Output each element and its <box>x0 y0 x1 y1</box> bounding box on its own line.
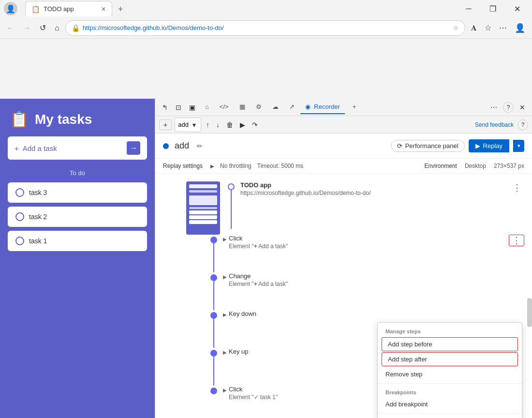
task-checkbox-1[interactable] <box>15 237 24 245</box>
recording-edit-icon[interactable]: ✏ <box>197 142 203 150</box>
manage-steps-label: Manage steps <box>378 325 522 336</box>
redo-button[interactable]: ↷ <box>250 119 260 131</box>
breakpoints-label: Breakpoints <box>378 386 522 397</box>
send-feedback-link[interactable]: Send feedback <box>475 121 514 128</box>
tab-network[interactable]: ⚙ <box>251 100 266 114</box>
recording-title: add <box>175 141 189 151</box>
tab-elements[interactable]: ⌂ <box>200 100 214 114</box>
sidebar-toggle-icon[interactable]: ▣ <box>186 102 198 113</box>
bookmark-icon[interactable]: ☆ <box>482 20 494 36</box>
tab-console[interactable]: </> <box>215 100 234 114</box>
task-label-1: task 1 <box>29 237 47 245</box>
step-click-task1-expand[interactable]: ▶ <box>223 388 227 393</box>
perf-icon: ⟳ <box>397 142 402 149</box>
recorder-icon: ◉ <box>305 103 310 110</box>
title-bar: 👤 📋 TODO app ✕ + ─ ❐ ✕ <box>0 0 532 17</box>
tab-application[interactable]: ↗ <box>284 100 299 114</box>
back-button[interactable]: ← <box>4 21 17 35</box>
inspect-element-icon[interactable]: ↰ <box>159 102 171 113</box>
step-click: ▶ Click Element "+ Add a task" ⋮ <box>210 235 524 272</box>
todo-item-3[interactable]: task 3 <box>8 182 147 203</box>
read-aloud-icon[interactable]: 𝐀 <box>468 20 480 36</box>
step-click-expand[interactable]: ▶ <box>223 237 227 242</box>
replay-settings-arrow[interactable]: ▶ <box>210 164 214 169</box>
add-task-arrow-icon[interactable]: → <box>127 141 140 155</box>
tab-title: TODO app <box>44 5 97 13</box>
tab-more-button[interactable]: + <box>348 100 361 114</box>
move-down-button[interactable]: ↓ <box>214 119 222 131</box>
bookmark-icon[interactable]: ☆ <box>453 24 459 31</box>
add-task-bar[interactable]: + Add a task → <box>8 136 147 160</box>
replay-settings-left: Replay settings ▶ <box>163 163 214 169</box>
play-button[interactable]: ▶ <box>238 119 247 131</box>
address-input[interactable] <box>83 24 450 31</box>
todo-item-2[interactable]: task 2 <box>8 207 147 227</box>
avatar-icon: 👤 <box>6 4 15 14</box>
step-keyup-type: Key up <box>229 348 248 355</box>
add-step-after-item[interactable]: Add step after <box>382 352 518 366</box>
devtools-close-button[interactable]: ✕ <box>517 102 528 113</box>
minimize-button[interactable]: ─ <box>458 1 480 16</box>
close-button[interactable]: ✕ <box>506 1 528 16</box>
address-bar[interactable]: 🔒 ☆ <box>65 20 465 36</box>
tab-sources[interactable]: ▦ <box>235 100 250 114</box>
task-checkbox-2[interactable] <box>15 212 24 221</box>
step-navigate-more-button[interactable]: ⋮ <box>510 181 524 194</box>
step-navigate-url: https://microsoftedge.github.io/Demos/de… <box>240 190 504 196</box>
new-tab-button[interactable]: + <box>114 2 127 16</box>
devtools-toolbar-right: ⋯ ? ✕ <box>488 102 528 113</box>
recording-select-label: add <box>178 121 189 128</box>
recorder-add-button[interactable]: + <box>159 119 172 130</box>
todo-app-icon: 📋 <box>10 110 29 129</box>
move-up-button[interactable]: ↑ <box>204 119 211 131</box>
todo-app-sidebar: 📋 My tasks + Add a task → To do task 3 t… <box>0 99 155 418</box>
todo-header: 📋 My tasks <box>0 99 155 136</box>
active-tab[interactable]: 📋 TODO app ✕ <box>25 1 112 16</box>
step-change-content: ▶ Change Element "+ Add a task" <box>223 272 524 287</box>
more-button[interactable]: ⋯ <box>496 20 510 36</box>
step-click-more-button[interactable]: ⋮ <box>509 235 524 246</box>
recording-select-dropdown[interactable]: ▾ <box>191 119 198 131</box>
step-keydown-expand[interactable]: ▶ <box>223 312 227 317</box>
forward-button[interactable]: → <box>20 21 34 35</box>
step-navigate: TODO app https://microsoftedge.github.io… <box>163 181 524 235</box>
step-click-detail: Element "+ Add a task" <box>229 243 288 250</box>
device-emulation-icon[interactable]: ⊡ <box>173 102 184 113</box>
scrollbar[interactable] <box>527 298 532 327</box>
step-change-expand[interactable]: ▶ <box>223 274 227 280</box>
copy-as-label: Copy as <box>378 416 522 418</box>
todo-item-1[interactable]: task 1 <box>8 231 147 251</box>
replay-settings-bar: Replay settings ▶ No throttling Timeout:… <box>155 159 532 174</box>
step-keydown-content: ▶ Key down <box>223 310 524 317</box>
replay-dropdown-button[interactable]: ▾ <box>513 140 524 152</box>
tab-performance[interactable]: ☁ <box>267 100 283 114</box>
step-change-detail: Element "+ Add a task" <box>229 281 288 287</box>
add-breakpoint-item[interactable]: Add breakpoint <box>378 397 522 411</box>
replay-settings-label: Replay settings <box>163 163 203 169</box>
delete-recording-button[interactable]: 🗑 <box>224 119 235 131</box>
tab-recorder[interactable]: ◉ Recorder <box>300 100 345 114</box>
profile-button[interactable]: 👤 <box>512 20 528 36</box>
remove-step-item[interactable]: Remove step <box>378 367 522 381</box>
recorder-help-button[interactable]: ? <box>517 119 528 130</box>
recording-select-wrapper: add ▾ <box>175 118 201 132</box>
env-type: Desktop <box>465 163 486 169</box>
profile-avatar[interactable]: 👤 <box>4 2 17 15</box>
timeout-label: Timeout: 5000 ms <box>257 163 304 169</box>
home-button[interactable]: ⌂ <box>52 21 62 35</box>
restore-button[interactable]: ❐ <box>482 1 504 16</box>
tab-close-button[interactable]: ✕ <box>101 6 106 13</box>
devtools-more-button[interactable]: ⋯ <box>488 102 500 113</box>
step-keyup-expand[interactable]: ▶ <box>223 350 227 355</box>
add-task-label: Add a task <box>23 144 57 152</box>
step-click-content: ▶ Click Element "+ Add a task" <box>223 235 503 250</box>
devtools-help-button[interactable]: ? <box>503 102 514 113</box>
devtools-tabs: ⌂ </> ▦ ⚙ ☁ ↗ ◉ Recorder + <box>200 100 486 114</box>
env-size: 273×537 px <box>494 163 524 169</box>
refresh-button[interactable]: ↺ <box>37 20 49 35</box>
performance-panel-button[interactable]: ⟳ Performance panel <box>391 140 465 152</box>
task-checkbox-3[interactable] <box>15 188 24 197</box>
add-step-before-item[interactable]: Add step before <box>382 337 518 351</box>
context-menu: Manage steps Add step before Add step af… <box>377 322 522 418</box>
replay-button[interactable]: ▶ Replay <box>469 139 509 152</box>
